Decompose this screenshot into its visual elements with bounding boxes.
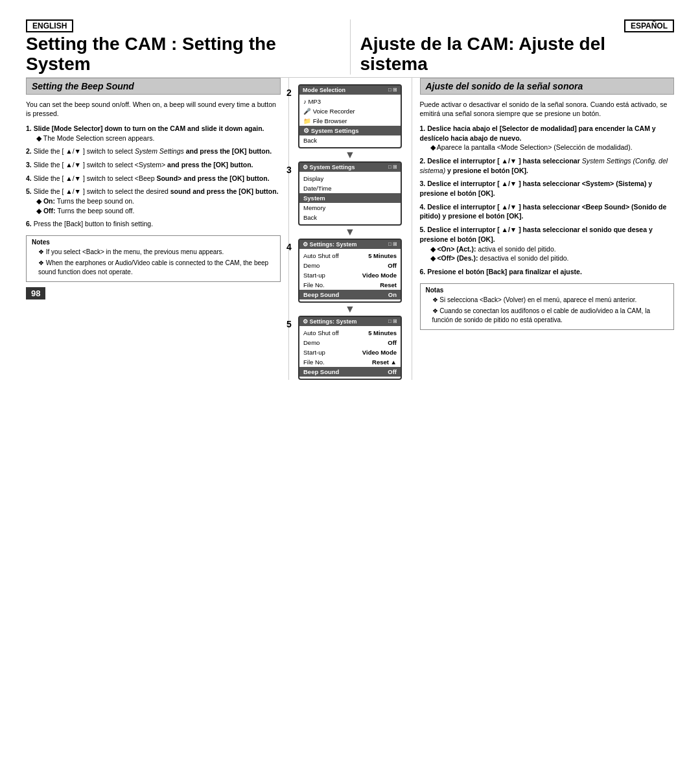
english-section-heading: Setting the Beep Sound bbox=[26, 78, 281, 95]
screen-row-file: 📁 File Browser bbox=[299, 116, 401, 126]
screen-4-autoshutoff: Auto Shut off5 Minutes bbox=[299, 251, 401, 261]
screen-4-beepsound: Beep SoundOn bbox=[299, 290, 401, 299]
screen-3-header: ⚙ System Settings □ ⊞ bbox=[299, 163, 401, 172]
screen-row-display: Display bbox=[299, 174, 401, 183]
screen-5-startup: Start-upVideo Mode bbox=[299, 347, 401, 357]
screen-2-number: 2 bbox=[286, 88, 292, 98]
spanish-notes-box: Notas Si selecciona <Back> (Volver) en e… bbox=[420, 283, 675, 330]
spanish-section-heading: Ajuste del sonido de la señal sonora bbox=[420, 78, 675, 95]
arrow-2: ▼ bbox=[345, 227, 355, 237]
screen-5-number: 5 bbox=[286, 319, 292, 329]
screen-4-fileno: File No.Reset bbox=[299, 280, 401, 290]
screen-4-demo: DemoOff bbox=[299, 261, 401, 270]
screen-row-mp3: ♪ MP3 bbox=[299, 97, 401, 106]
english-badge: ENGLISH bbox=[26, 19, 73, 32]
screen-4: ⚙ Settings: System □ ⊞ Auto Shut off5 Mi… bbox=[298, 239, 402, 303]
screen-2-container: 2 Mode Selection □ ⊞ ♪ MP3 🎤 Voice Recor… bbox=[298, 84, 402, 148]
english-main-title: Setting the CAM : Setting the System bbox=[26, 34, 340, 75]
screen-5-fileno: File No.Reset ▲ bbox=[299, 357, 401, 367]
step-1-en: 1. Slide [Mode Selector] down to turn on… bbox=[26, 124, 281, 143]
arrow-3: ▼ bbox=[345, 304, 355, 314]
screen-5-autoshutoff: Auto Shut off5 Minutes bbox=[299, 328, 401, 338]
screen-3-container: 3 ⚙ System Settings □ ⊞ Display Date/Tim… bbox=[298, 161, 402, 226]
english-notes-box: Notes If you select <Back> in the menu, … bbox=[26, 235, 281, 282]
spanish-note-2: Cuando se conectan los audífonos o el ca… bbox=[432, 307, 669, 325]
main-content: Setting the Beep Sound You can set the b… bbox=[26, 78, 674, 380]
screen-row-system-settings: ⚙ System Settings bbox=[299, 126, 401, 135]
screens-column: 2 Mode Selection □ ⊞ ♪ MP3 🎤 Voice Recor… bbox=[289, 78, 412, 380]
screen-3: ⚙ System Settings □ ⊞ Display Date/Time … bbox=[298, 161, 402, 226]
screen-row-voice: 🎤 Voice Recorder bbox=[299, 106, 401, 116]
screen-3-body: Display Date/Time System Memory Back bbox=[299, 172, 401, 224]
step-1-es: 1. Deslice hacia abajo el [Selector de m… bbox=[420, 124, 675, 152]
spanish-steps: 1. Deslice hacia abajo el [Selector de m… bbox=[420, 124, 675, 277]
step-5-es: 5. Deslice el interruptor [ ▲/▼ ] hasta … bbox=[420, 225, 675, 263]
screen-5: ⚙ Settings: System □ ⊞ Auto Shut off5 Mi… bbox=[298, 316, 402, 380]
spanish-main-title: Ajuste de la CAM: Ajuste del sistema bbox=[360, 34, 675, 75]
screen-3-number: 3 bbox=[286, 165, 292, 175]
spanish-note-1: Si selecciona <Back> (Volver) en el menú… bbox=[432, 296, 669, 305]
english-note-1: If you select <Back> in the menu, the pr… bbox=[38, 248, 275, 257]
step-4-en: 4. Slide the [ ▲/▼ ] switch to select <B… bbox=[26, 174, 281, 183]
english-note-2: When the earphones or Audio/Video cable … bbox=[38, 259, 275, 277]
screen-2-body: ♪ MP3 🎤 Voice Recorder 📁 File Browser ⚙ … bbox=[299, 95, 401, 147]
step-4-es: 4. Deslice el interruptor [ ▲/▼ ] hasta … bbox=[420, 202, 675, 221]
spanish-content: Ajuste del sonido de la señal sonora Pue… bbox=[412, 78, 675, 380]
screen-4-header: ⚙ Settings: System □ ⊞ bbox=[299, 240, 401, 249]
screen-5-demo: DemoOff bbox=[299, 338, 401, 347]
screen-row-back-3: Back bbox=[299, 213, 401, 222]
screen-4-number: 4 bbox=[286, 242, 292, 252]
screen-row-datetime: Date/Time bbox=[299, 183, 401, 193]
spanish-badge: ESPAÑOL bbox=[624, 19, 674, 32]
screen-4-body: Auto Shut off5 Minutes DemoOff Start-upV… bbox=[299, 249, 401, 301]
screen-row-back-2: Back bbox=[299, 135, 401, 145]
step-5-en: 5. Slide the [ ▲/▼ ] switch to select th… bbox=[26, 187, 281, 215]
english-notes-title: Notes bbox=[32, 239, 275, 246]
screen-5-beepsound: Beep SoundOff bbox=[299, 367, 401, 377]
screen-5-header: ⚙ Settings: System □ ⊞ bbox=[299, 317, 401, 326]
screen-4-container: 4 ⚙ Settings: System □ ⊞ Auto Shut off5 … bbox=[298, 239, 402, 303]
screen-5-body: Auto Shut off5 Minutes DemoOff Start-upV… bbox=[299, 326, 401, 379]
screen-5-container: 5 ⚙ Settings: System □ ⊞ Auto Shut off5 … bbox=[298, 316, 402, 380]
english-intro: You can set the beep sound on/off. When … bbox=[26, 100, 281, 119]
page-number: 98 bbox=[26, 287, 45, 299]
step-3-es: 3. Deslice el interruptor [ ▲/▼ ] hasta … bbox=[420, 179, 675, 198]
step-6-es: 6. Presione el botón [Back] para finaliz… bbox=[420, 267, 675, 277]
arrow-1: ▼ bbox=[345, 150, 355, 160]
screen-4-startup: Start-upVideo Mode bbox=[299, 270, 401, 280]
spanish-notes-title: Notas bbox=[426, 287, 669, 294]
step-3-en: 3. Slide the [ ▲/▼ ] switch to select <S… bbox=[26, 160, 281, 170]
step-6-en: 6. Press the [Back] button to finish set… bbox=[26, 219, 281, 229]
spanish-intro: Puede activar o desactivar el sonido de … bbox=[420, 100, 675, 119]
screen-row-system: System bbox=[299, 193, 401, 203]
step-2-en: 2. Slide the [ ▲/▼ ] switch to select Sy… bbox=[26, 147, 281, 156]
page: ENGLISH Setting the CAM : Setting the Sy… bbox=[0, 0, 700, 763]
english-steps: 1. Slide [Mode Selector] down to turn on… bbox=[26, 124, 281, 229]
screen-2-header: Mode Selection □ ⊞ bbox=[299, 86, 401, 95]
english-content: Setting the Beep Sound You can set the b… bbox=[26, 78, 289, 380]
step-2-es: 2. Deslice el interruptor [ ▲/▼ ] hasta … bbox=[420, 156, 675, 175]
screen-row-memory: Memory bbox=[299, 203, 401, 213]
screen-2: Mode Selection □ ⊞ ♪ MP3 🎤 Voice Recorde… bbox=[298, 84, 402, 148]
